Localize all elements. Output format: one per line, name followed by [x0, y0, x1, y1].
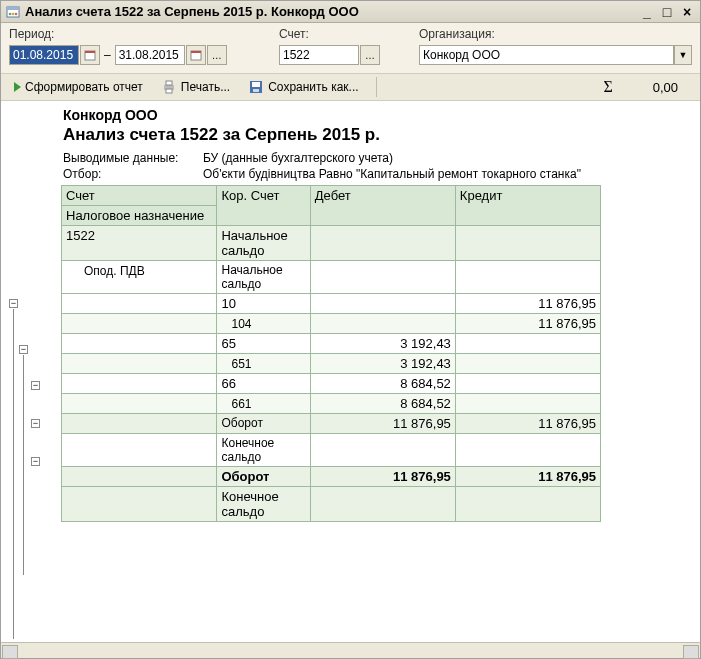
- form-report-label: Сформировать отчет: [25, 80, 143, 94]
- period-dash: –: [104, 48, 111, 62]
- maximize-button[interactable]: □: [658, 4, 676, 20]
- cell-account: [62, 374, 217, 394]
- cell-credit: [455, 334, 600, 354]
- cell-debit: 3 192,43: [310, 334, 455, 354]
- app-window: Анализ счета 1522 за Серпень 2015 р. Кон…: [0, 0, 701, 659]
- svg-rect-10: [166, 81, 172, 85]
- table-row: Опод. ПДВНачальное сальдо: [62, 261, 601, 294]
- cell-debit: [310, 434, 455, 467]
- window-title: Анализ счета 1522 за Серпень 2015 р. Кон…: [25, 4, 636, 19]
- cell-kor: 651: [217, 354, 310, 374]
- outline-toggle[interactable]: −: [31, 381, 40, 390]
- form-report-button[interactable]: Сформировать отчет: [7, 76, 150, 98]
- cell-account: [62, 414, 217, 434]
- report-table: Счет Кор. Счет Дебет Кредит Налоговое на…: [61, 185, 601, 522]
- outline-line: [13, 309, 14, 639]
- sum-value: 0,00: [653, 80, 678, 95]
- play-icon: [14, 82, 21, 92]
- cell-kor: Конечное сальдо: [217, 434, 310, 467]
- table-row: 668 684,52: [62, 374, 601, 394]
- cell-kor: Конечное сальдо: [217, 487, 310, 522]
- meta1-label: Выводимые данные:: [63, 151, 203, 165]
- outline-toggle[interactable]: −: [9, 299, 18, 308]
- print-button[interactable]: Печать...: [154, 76, 237, 98]
- cell-debit: [310, 487, 455, 522]
- calendar-to-button[interactable]: [186, 45, 206, 65]
- table-row: 6513 192,43: [62, 354, 601, 374]
- cell-credit: 11 876,95: [455, 414, 600, 434]
- calendar-from-button[interactable]: [80, 45, 100, 65]
- sigma-icon: Σ: [603, 78, 612, 96]
- outline-toggle[interactable]: −: [31, 457, 40, 466]
- cell-debit: [310, 314, 455, 334]
- cell-debit: [310, 226, 455, 261]
- svg-point-2: [9, 12, 12, 15]
- report-meta-2: Отбор: Об'єкти будівництва Равно "Капита…: [63, 167, 700, 181]
- cell-debit: [310, 261, 455, 294]
- table-header-row: Счет Кор. Счет Дебет Кредит: [62, 186, 601, 206]
- report-title: Анализ счета 1522 за Серпень 2015 р.: [63, 125, 700, 145]
- cell-account: [62, 467, 217, 487]
- col-account: Счет: [62, 186, 217, 206]
- org-input[interactable]: [419, 45, 674, 65]
- cell-credit: 11 876,95: [455, 314, 600, 334]
- date-from-input[interactable]: [9, 45, 79, 65]
- table-row: 10411 876,95: [62, 314, 601, 334]
- params-panel: Период: – … Счет: … Организация: ▼: [1, 23, 700, 67]
- cell-debit: 11 876,95: [310, 414, 455, 434]
- meta2-label: Отбор:: [63, 167, 203, 181]
- cell-kor: 10: [217, 294, 310, 314]
- svg-rect-8: [191, 51, 201, 53]
- outline-gutter: − − − − −: [1, 101, 61, 642]
- horizontal-scrollbar[interactable]: [1, 642, 700, 658]
- table-row: Конечное сальдо: [62, 434, 601, 467]
- account-select-button[interactable]: …: [360, 45, 380, 65]
- cell-credit: 11 876,95: [455, 467, 600, 487]
- outline-line: [23, 355, 24, 575]
- svg-point-4: [15, 12, 18, 15]
- svg-rect-13: [252, 82, 260, 87]
- cell-kor: Начальное сальдо: [217, 261, 310, 294]
- col-kor: Кор. Счет: [217, 186, 310, 226]
- cell-debit: 8 684,52: [310, 394, 455, 414]
- cell-kor: 65: [217, 334, 310, 354]
- outline-toggle[interactable]: −: [19, 345, 28, 354]
- cell-account: [62, 394, 217, 414]
- cell-account: [62, 314, 217, 334]
- cell-debit: [310, 294, 455, 314]
- cell-credit: [455, 487, 600, 522]
- table-row: 1522Начальное сальдо: [62, 226, 601, 261]
- svg-point-3: [12, 12, 15, 15]
- print-icon: [161, 79, 177, 95]
- table-row: Оборот11 876,9511 876,95: [62, 467, 601, 487]
- cell-debit: 11 876,95: [310, 467, 455, 487]
- cell-credit: 11 876,95: [455, 294, 600, 314]
- org-dropdown-button[interactable]: ▼: [674, 45, 692, 65]
- table-row: 1011 876,95: [62, 294, 601, 314]
- table-row: Оборот11 876,9511 876,95: [62, 414, 601, 434]
- close-button[interactable]: ×: [678, 4, 696, 20]
- cell-account: [62, 354, 217, 374]
- account-input[interactable]: [279, 45, 359, 65]
- date-to-input[interactable]: [115, 45, 185, 65]
- outline-toggle[interactable]: −: [31, 419, 40, 428]
- cell-kor: Оборот: [217, 414, 310, 434]
- minimize-button[interactable]: _: [638, 4, 656, 20]
- print-label: Печать...: [181, 80, 230, 94]
- period-label: Период:: [9, 27, 279, 43]
- sum-area: Σ 0,00: [603, 78, 694, 96]
- col-credit: Кредит: [455, 186, 600, 226]
- report-body: Конкорд ООО Анализ счета 1522 за Серпень…: [61, 101, 700, 642]
- cell-credit: [455, 374, 600, 394]
- toolbar-separator: [376, 77, 377, 97]
- col-debit: Дебет: [310, 186, 455, 226]
- cell-credit: [455, 261, 600, 294]
- save-label: Сохранить как...: [268, 80, 358, 94]
- cell-kor: Оборот: [217, 467, 310, 487]
- cell-credit: [455, 394, 600, 414]
- period-select-button[interactable]: …: [207, 45, 227, 65]
- save-as-button[interactable]: Сохранить как...: [241, 76, 365, 98]
- cell-credit: [455, 226, 600, 261]
- cell-credit: [455, 434, 600, 467]
- report-org: Конкорд ООО: [63, 107, 700, 123]
